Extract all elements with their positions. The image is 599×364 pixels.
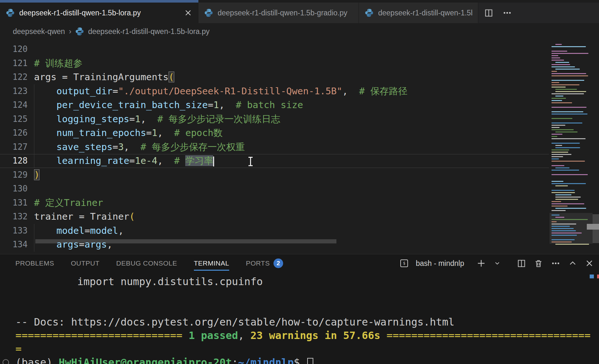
tab-label: deepseek-r1-distill-qwen-1.5b-gradio.py (218, 9, 353, 17)
breadcrumb-separator-icon: › (69, 27, 71, 36)
minimap-line (551, 64, 570, 65)
terminal-line: import numpy.distutils.cpuinfo (15, 275, 599, 288)
editor-tab[interactable]: deepseek-r1-distill-qwen-1.5b-gradio.py (198, 3, 359, 23)
minimap[interactable] (550, 40, 593, 254)
panel-tab-label: TERMINAL (194, 259, 229, 267)
code-editor[interactable]: 120121# 训练超参122args = TrainingArguments(… (0, 40, 599, 254)
code-text: output_dir="./output/DeepSeek-R1-Distill… (28, 84, 408, 98)
minimap-line (551, 125, 565, 126)
minimap-line (551, 107, 586, 108)
code-token: , (219, 99, 224, 110)
line-number[interactable]: 129 (0, 168, 28, 182)
code-text (28, 182, 34, 196)
panel-tab-debug-console[interactable]: DEBUG CONSOLE (116, 254, 177, 272)
terminal-token: = (15, 343, 22, 355)
minimap-line (551, 127, 560, 128)
line-number[interactable]: 134 (0, 238, 28, 252)
terminal-token (380, 329, 386, 342)
editor-tabs: deepseek-r1-distill-qwen-1.5b-lora.pydee… (0, 3, 478, 23)
minimap-line (551, 152, 568, 153)
line-number[interactable]: 130 (0, 182, 28, 196)
line-number[interactable]: 121 (0, 56, 28, 71)
code-token: 1e-4 (135, 155, 157, 166)
kill-terminal-icon[interactable] (534, 259, 543, 268)
terminal-title[interactable]: bash - mindnlp (416, 259, 464, 268)
line-number[interactable]: 127 (0, 140, 28, 154)
line-number[interactable]: 132 (0, 210, 28, 224)
terminal-line: = (15, 342, 599, 356)
minimap-line (551, 235, 577, 236)
line-number[interactable]: 131 (0, 196, 28, 210)
code-text: learning_rate=1e-4, # 学习率 (28, 154, 214, 168)
line-number[interactable]: 124 (0, 98, 28, 112)
line-number[interactable]: 128 (0, 154, 28, 168)
minimap-line (551, 134, 562, 135)
code-token: "./output/DeepSeek-R1-Distill-Qwen-1.5B" (118, 86, 342, 97)
terminal-dropdown-icon[interactable] (494, 260, 501, 267)
split-terminal-icon[interactable] (517, 259, 526, 268)
editor-tab[interactable]: deepseek-r1-distill-qwen-1.5b-lora.py (0, 3, 198, 23)
panel-tab-label: OUTPUT (71, 259, 100, 267)
panel-tab-terminal[interactable]: TERMINAL (194, 254, 229, 272)
terminal-token (182, 329, 188, 342)
split-editor-icon[interactable] (484, 8, 493, 18)
tab-close-icon[interactable] (184, 9, 192, 17)
code-text: ) (28, 168, 39, 182)
minimap-line (551, 111, 583, 112)
minimap-line (555, 131, 577, 132)
code-token: = (56, 72, 73, 82)
code-token: num_train_epochs (34, 127, 146, 138)
close-panel-icon[interactable] (585, 259, 594, 268)
minimap-line (555, 167, 569, 168)
line-number[interactable]: 120 (0, 42, 28, 56)
editor-tab[interactable]: deepseek-r1-distill-qwen-1.5b· (359, 3, 478, 23)
code-token: # 每多少步保存一次权重 (129, 141, 245, 152)
code-token: , (342, 86, 348, 97)
minimap-line (551, 224, 576, 224)
code-line: 126 num_train_epochs=1, # epoch数 (0, 126, 549, 140)
indent-guide (34, 238, 34, 252)
minimap-line (555, 217, 564, 218)
panel-tab-output[interactable]: OUTPUT (71, 254, 100, 272)
minimap-line (551, 170, 579, 171)
minimap-line (551, 138, 586, 139)
more-actions-icon[interactable] (502, 8, 512, 18)
editor-actions (484, 3, 512, 23)
panel-tab-problems[interactable]: PROBLEMS (15, 254, 54, 272)
new-terminal-icon[interactable] (476, 258, 486, 268)
minimap-line (555, 147, 580, 148)
minimap-line (551, 203, 584, 204)
minimap-line (551, 100, 562, 101)
code-token: = (84, 225, 90, 236)
vscode-window: deepseek-r1-distill-qwen-1.5b-lora.pydee… (0, 0, 599, 364)
indent-guide (34, 126, 34, 140)
terminal-line: =========================== 1 passed, 23… (15, 329, 599, 342)
breadcrumb-folder[interactable]: deepseek-qwen (13, 27, 65, 36)
panel-tab-ports[interactable]: PORTS2 (246, 254, 283, 272)
python-file-icon (75, 27, 84, 36)
minimap-line (551, 66, 575, 67)
breadcrumb-file[interactable]: deepseek-r1-distill-qwen-1.5b-lora.py (88, 27, 209, 36)
line-number[interactable]: 126 (0, 126, 28, 140)
maximize-panel-icon[interactable] (568, 259, 577, 268)
line-number[interactable]: 125 (0, 112, 28, 126)
bottom-panel: PROBLEMSOUTPUTDEBUG CONSOLETERMINALPORTS… (0, 254, 599, 364)
minimap-line (555, 199, 578, 200)
code-text: args=args, (28, 238, 112, 252)
line-number[interactable]: 122 (0, 70, 28, 84)
minimap-line (551, 192, 575, 193)
line-number[interactable]: 123 (0, 84, 28, 98)
code-line: 128 learning_rate=1e-4, # 学习率 (0, 154, 549, 168)
code-text: # 定义Trainer (28, 196, 103, 210)
minimap-line (555, 91, 586, 92)
code-line: 131# 定义Trainer (0, 196, 549, 210)
panel-tab-label: PROBLEMS (15, 259, 54, 267)
vertical-scrollbar[interactable] (593, 40, 599, 254)
terminal-token: in 57.66s (318, 329, 380, 342)
terminal[interactable]: import numpy.distutils.cpuinfo-- Docs: h… (0, 272, 599, 364)
minimap-line (551, 114, 587, 114)
panel-more-icon[interactable] (551, 258, 560, 268)
code-token: model (34, 225, 84, 236)
line-number[interactable]: 133 (0, 224, 28, 238)
code-token: TrainingArguments (73, 72, 169, 82)
